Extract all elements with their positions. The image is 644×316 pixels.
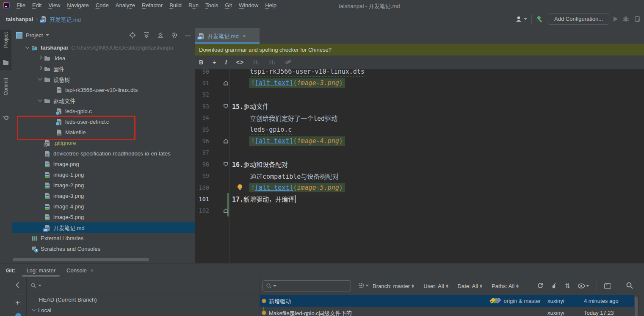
vertical-scrollbar[interactable] [635, 297, 638, 316]
debug-bug-icon[interactable] [622, 15, 630, 23]
filter-paths[interactable]: Paths: All [492, 283, 519, 289]
menu-build[interactable]: Build [166, 1, 185, 10]
chevron-down-icon[interactable] [46, 34, 49, 36]
link-button[interactable] [285, 58, 292, 67]
tree-item[interactable]: image.png [12, 159, 195, 169]
fold-marker-icon[interactable] [224, 162, 228, 166]
menu-view[interactable]: View [45, 1, 64, 10]
breadcrumb-file[interactable]: 开发笔记.md [50, 15, 81, 23]
menu-refactor[interactable]: Refactor [138, 1, 166, 10]
menu-code[interactable]: Code [92, 1, 112, 10]
tab-console[interactable]: Console × [66, 263, 94, 277]
commit-search-input[interactable] [263, 280, 351, 291]
log-settings-button[interactable] [358, 282, 369, 289]
branch-item-local[interactable]: Local [26, 305, 260, 316]
tree-item[interactable]: MD开发笔记.md [12, 222, 195, 233]
intention-bulb-icon[interactable] [237, 184, 243, 190]
profiler-icon[interactable] [634, 15, 641, 23]
view-options-button[interactable] [578, 283, 589, 289]
menu-run[interactable]: Run [185, 1, 202, 10]
tree-item[interactable]: image-5.png [12, 212, 195, 222]
tree-item[interactable]: 驱动文件 [12, 95, 195, 106]
fold-marker-icon[interactable] [224, 139, 228, 144]
add-configuration-button[interactable]: Add Configuration... [548, 14, 609, 25]
editor-line[interactable]: 100![alt text](image-5.png) [195, 182, 644, 193]
editor-line[interactable]: 92 [195, 89, 644, 100]
editor-line[interactable]: 97 [195, 147, 644, 158]
collapse-all-icon[interactable] [157, 32, 164, 39]
build-hammer-icon[interactable] [536, 15, 544, 23]
breadcrumb-project[interactable]: taishanpai [6, 16, 33, 22]
new-log-tab-button[interactable] [604, 283, 611, 289]
refresh-icon[interactable] [537, 283, 544, 289]
editor-line[interactable]: 94立创给我们定好了一个led驱动 [195, 112, 644, 124]
user-account-button[interactable] [515, 15, 527, 23]
fold-marker-icon[interactable] [224, 208, 228, 213]
branch-item-head[interactable]: HEAD (Current Branch) [26, 294, 260, 305]
run-button-disabled[interactable] [614, 17, 618, 22]
menu-edit[interactable]: Edit [29, 1, 45, 10]
tree-item[interactable]: taishanpaiC:\Users\QINGJUE\Desktop\git\t… [12, 42, 195, 53]
horizontal-scrollbar[interactable] [13, 258, 149, 261]
tree-item[interactable]: image-1.png [12, 169, 195, 180]
menu-navigate[interactable]: Navigate [64, 1, 92, 10]
menu-file[interactable]: File [13, 1, 29, 10]
tree-item[interactable]: 设备树 [12, 74, 195, 85]
locate-file-icon[interactable] [129, 32, 136, 39]
settings-gear-icon[interactable] [171, 32, 178, 39]
project-panel-title[interactable]: Project [26, 32, 43, 39]
commit-row[interactable]: 新增驱动origin & masterxuxinyi4 minutes ago [260, 295, 634, 307]
menu-tools[interactable]: Tools [202, 1, 221, 10]
paint-icon[interactable] [15, 313, 21, 316]
intellisort-icon[interactable] [551, 283, 558, 289]
bold-button[interactable]: B [199, 59, 203, 66]
tool-window-button-commit[interactable]: Commit [0, 78, 11, 125]
menu-help[interactable]: Help [262, 1, 280, 10]
tree-item[interactable]: 固件 [12, 64, 195, 74]
editor-body[interactable]: 90tspi-rk3566-user-v10-linux.dts91![alt … [195, 69, 644, 263]
editor-tab[interactable]: MD 开发笔记.md × [195, 28, 260, 44]
code-span-button[interactable]: <> [236, 59, 244, 66]
branch-search-row[interactable] [26, 277, 260, 294]
close-tab-icon[interactable]: × [91, 267, 94, 274]
hide-panel-button[interactable]: — [185, 32, 191, 39]
header-up-button[interactable]: H↑ [269, 59, 276, 66]
close-tab-icon[interactable]: × [243, 33, 246, 39]
italic-button[interactable]: I [225, 59, 227, 66]
editor-line[interactable]: 9816.驱动和设备配对 [195, 158, 644, 170]
tree-item[interactable]: External Libraries [12, 233, 195, 244]
editor-line[interactable]: 10117.新增驱动，并编译 [195, 193, 644, 205]
editor-line[interactable]: 9315.驱动文件 [195, 100, 644, 112]
filter-branch[interactable]: Branch: master [373, 283, 414, 289]
tree-item[interactable]: Scratches and Consoles [12, 244, 195, 254]
add-branch-icon[interactable]: + [15, 298, 20, 308]
editor-line[interactable]: 96![alt text](image-4.png) [195, 135, 644, 147]
tree-item[interactable]: .idea [12, 53, 195, 64]
editor-line[interactable]: 95leds-gpio.c [195, 124, 644, 135]
editor-line[interactable]: 102 [195, 205, 644, 216]
tree-item[interactable]: tspi-rk3566-user-v10-linux.dts [12, 85, 195, 95]
fold-marker-icon[interactable] [224, 81, 228, 86]
header-down-button[interactable]: H↓ [253, 59, 260, 66]
expand-all-icon[interactable] [143, 32, 150, 39]
editor-line[interactable]: 91![alt text](image-3.png) [195, 77, 644, 89]
strikethrough-button[interactable]: ÷ [213, 59, 216, 66]
editor-line[interactable]: 90tspi-rk3566-user-v10-linux.dts [195, 69, 644, 77]
collapse-branches-icon[interactable] [16, 282, 22, 288]
tree-item[interactable]: image-2.png [12, 180, 195, 191]
fold-marker-icon[interactable] [224, 104, 228, 108]
search-commits-icon[interactable] [626, 282, 633, 289]
tree-item[interactable]: image-4.png [12, 201, 195, 212]
commit-row[interactable]: Makefile是led-gpio.c同级文件下的xuxinyiToday 17… [260, 307, 634, 316]
notification-banner[interactable]: Download grammar and spelling checker fo… [195, 44, 644, 55]
filter-date[interactable]: Date: All [458, 283, 482, 289]
editor-line[interactable]: 99通过compatible与设备树配对 [195, 170, 644, 182]
tree-item[interactable]: image-3.png [12, 191, 195, 201]
menu-analyze[interactable]: Analyze [112, 1, 138, 10]
menu-git[interactable]: Git [221, 1, 235, 10]
menu-window[interactable]: Window [235, 1, 262, 10]
filter-user[interactable]: User: All [423, 283, 448, 289]
tree-item[interactable]: leds-gpio.c [12, 106, 195, 116]
tool-window-button-project[interactable]: Project [0, 30, 11, 70]
tab-log-master[interactable]: Log: master [26, 263, 55, 277]
